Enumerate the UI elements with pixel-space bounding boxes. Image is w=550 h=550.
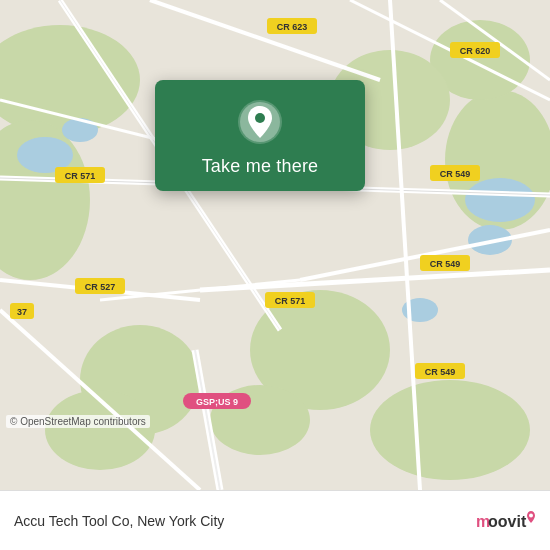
osm-credit: © OpenStreetMap contributors: [6, 415, 150, 428]
location-pin-icon: [236, 98, 284, 146]
svg-text:CR 623: CR 623: [277, 22, 308, 32]
svg-text:CR 549: CR 549: [440, 169, 471, 179]
moovit-logo-svg: m oovit: [476, 507, 536, 535]
moovit-logo: m oovit: [476, 507, 536, 535]
svg-text:CR 527: CR 527: [85, 282, 116, 292]
svg-text:37: 37: [17, 307, 27, 317]
svg-text:GSP;US 9: GSP;US 9: [196, 397, 238, 407]
svg-point-12: [62, 118, 98, 142]
navigation-card: Take me there: [155, 80, 365, 191]
svg-point-57: [529, 513, 533, 517]
take-me-there-button[interactable]: Take me there: [202, 156, 319, 177]
svg-text:CR 571: CR 571: [275, 296, 306, 306]
svg-text:CR 620: CR 620: [460, 46, 491, 56]
map-container: CR 623 CR 620 CR 571 CR 549 CR 549 CR 57…: [0, 0, 550, 490]
svg-text:CR 549: CR 549: [425, 367, 456, 377]
svg-text:CR 549: CR 549: [430, 259, 461, 269]
svg-point-54: [255, 113, 265, 123]
svg-text:CR 571: CR 571: [65, 171, 96, 181]
svg-point-13: [465, 178, 535, 222]
svg-text:oovit: oovit: [488, 513, 527, 530]
bottom-bar: Accu Tech Tool Co, New York City m oovit: [0, 490, 550, 550]
svg-point-8: [370, 380, 530, 480]
place-title: Accu Tech Tool Co, New York City: [14, 513, 224, 529]
